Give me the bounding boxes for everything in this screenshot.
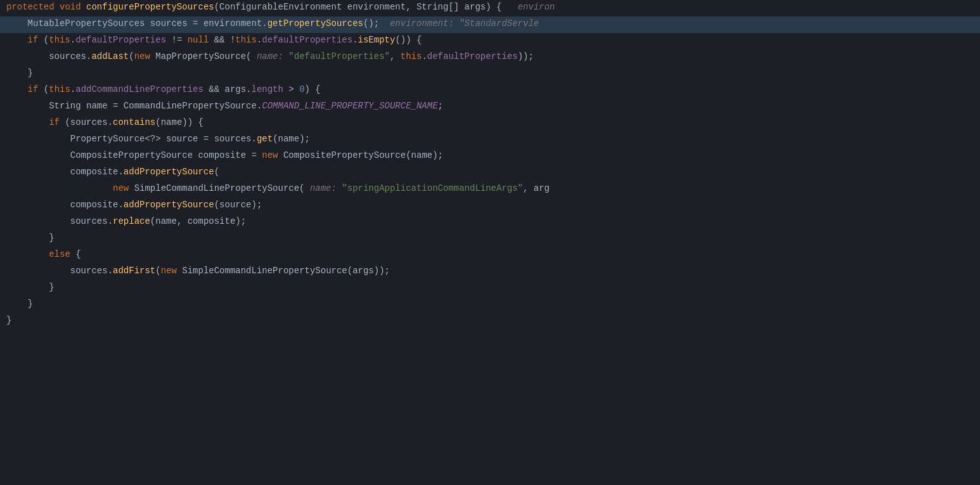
line-content: } bbox=[6, 313, 11, 327]
token: ); bbox=[432, 150, 443, 160]
token: ( bbox=[246, 51, 251, 61]
token: . bbox=[108, 266, 113, 276]
code-line: } bbox=[0, 280, 980, 297]
token: this bbox=[401, 51, 422, 61]
token: ( bbox=[129, 51, 134, 61]
token bbox=[6, 183, 113, 193]
line-content: sources.addFirst(new SimpleCommandLinePr… bbox=[6, 264, 390, 278]
token: ( bbox=[299, 183, 304, 193]
token: ); bbox=[299, 134, 310, 144]
token: addCommandLineProperties bbox=[75, 84, 203, 94]
code-line: protected void configurePropertySources(… bbox=[0, 0, 980, 16]
code-line: sources.addLast(new MapPropertySource( n… bbox=[0, 49, 980, 66]
token: environment bbox=[203, 18, 262, 29]
token: replace bbox=[113, 216, 150, 226]
token: configurePropertySources bbox=[86, 2, 214, 12]
token bbox=[501, 2, 517, 12]
line-content: String name = CommandLinePropertySource.… bbox=[6, 99, 443, 113]
token bbox=[81, 2, 86, 12]
line-content: if (sources.contains(name)) { bbox=[6, 115, 203, 129]
token: [] bbox=[448, 2, 464, 12]
token: name bbox=[278, 134, 300, 144]
token: environ bbox=[518, 2, 555, 12]
token bbox=[55, 2, 60, 12]
token bbox=[278, 150, 283, 160]
token: MapPropertySource bbox=[155, 51, 246, 61]
code-line: } bbox=[0, 66, 980, 82]
token: source bbox=[166, 134, 198, 144]
code-editor: protected void configurePropertySources(… bbox=[0, 0, 980, 485]
token: get bbox=[257, 134, 273, 144]
token: . bbox=[118, 200, 123, 210]
token: > bbox=[283, 84, 299, 94]
token: sources bbox=[150, 18, 188, 29]
token: name bbox=[411, 150, 433, 160]
token: = bbox=[246, 150, 262, 160]
token: name bbox=[161, 117, 183, 127]
token: MutablePropertySources bbox=[6, 18, 145, 29]
code-line: sources.replace(name, composite); bbox=[0, 214, 980, 231]
token: addPropertySource bbox=[124, 200, 214, 210]
token: args bbox=[225, 84, 247, 94]
token: 0 bbox=[299, 84, 304, 94]
token: composite bbox=[6, 167, 118, 177]
token: ( bbox=[38, 35, 49, 45]
token bbox=[145, 18, 150, 29]
token: } bbox=[6, 315, 11, 325]
token bbox=[342, 2, 347, 12]
token: ) { bbox=[486, 2, 501, 12]
token: this bbox=[49, 84, 70, 94]
token: if bbox=[6, 117, 60, 127]
token: )); bbox=[374, 266, 390, 276]
token: ( bbox=[214, 2, 219, 12]
token: ); bbox=[235, 216, 246, 226]
token: contains bbox=[113, 117, 155, 127]
token: CommandLinePropertySource bbox=[124, 101, 257, 111]
token: ( bbox=[60, 117, 70, 127]
code-line: } bbox=[0, 297, 980, 313]
code-line: new SimpleCommandLinePropertySource( nam… bbox=[0, 181, 980, 198]
token: "defaultProperties" bbox=[288, 51, 390, 61]
token: (); bbox=[363, 18, 379, 29]
token: new bbox=[161, 266, 177, 276]
token: String bbox=[6, 101, 81, 111]
token: sources bbox=[6, 266, 108, 276]
token: environment bbox=[347, 2, 406, 12]
token: CompositePropertySource bbox=[283, 150, 406, 160]
token: else bbox=[6, 249, 70, 259]
line-content: if (this.defaultProperties != null && !t… bbox=[6, 33, 422, 47]
token: . bbox=[352, 35, 358, 45]
code-line: } bbox=[0, 231, 980, 247]
line-content: } bbox=[6, 297, 33, 311]
token: name: bbox=[305, 183, 337, 193]
token: ( bbox=[347, 266, 352, 276]
line-content: new SimpleCommandLinePropertySource( nam… bbox=[6, 181, 550, 195]
token: } bbox=[6, 68, 33, 78]
token: addFirst bbox=[113, 266, 155, 276]
token bbox=[81, 101, 86, 111]
code-line: String name = CommandLinePropertySource.… bbox=[0, 99, 980, 115]
token: != bbox=[166, 35, 188, 45]
token: sources bbox=[6, 51, 86, 61]
line-content: MutablePropertySources sources = environ… bbox=[6, 16, 539, 30]
token bbox=[379, 18, 390, 29]
code-line: PropertySource<?> source = sources.get(n… bbox=[0, 132, 980, 148]
token: , bbox=[177, 216, 188, 226]
token: ( bbox=[214, 200, 219, 210]
token: . bbox=[108, 117, 113, 127]
token: COMMAND_LINE_PROPERTY_SOURCE_NAME bbox=[262, 101, 437, 111]
token: , bbox=[390, 51, 401, 61]
token: if bbox=[6, 35, 38, 45]
token: args bbox=[352, 266, 374, 276]
token: . bbox=[108, 216, 113, 226]
token: name bbox=[155, 216, 177, 226]
token: "springApplicationCommandLineArgs" bbox=[342, 183, 523, 193]
code-line: composite.addPropertySource( bbox=[0, 165, 980, 181]
token: ( bbox=[214, 167, 219, 177]
token: CompositePropertySource bbox=[6, 150, 193, 160]
line-content: else { bbox=[6, 247, 81, 261]
token: , bbox=[406, 2, 416, 12]
code-line: if (this.defaultProperties != null && !t… bbox=[0, 33, 980, 49]
token: ( bbox=[155, 117, 160, 127]
token: . bbox=[262, 18, 267, 29]
